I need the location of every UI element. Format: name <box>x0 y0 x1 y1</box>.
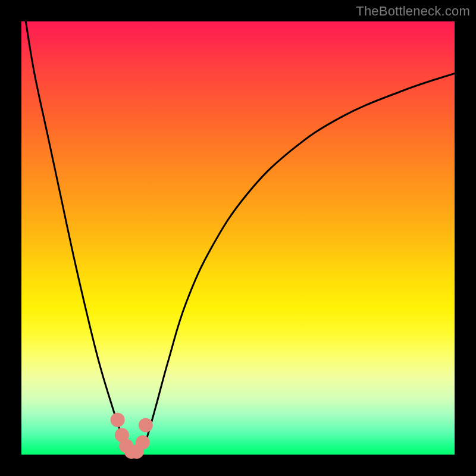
dot-7 <box>139 418 153 432</box>
plot-area <box>21 21 455 455</box>
dot-6 <box>136 436 150 450</box>
chart-svg <box>21 21 455 455</box>
chart-frame: TheBottleneck.com <box>0 0 476 476</box>
watermark-text: TheBottleneck.com <box>356 4 470 19</box>
right-curve-path <box>140 73 455 455</box>
left-curve-path <box>26 21 131 455</box>
right-curve <box>140 73 455 455</box>
marker-dots <box>111 413 153 459</box>
dot-1 <box>111 413 125 427</box>
left-curve <box>26 21 131 455</box>
